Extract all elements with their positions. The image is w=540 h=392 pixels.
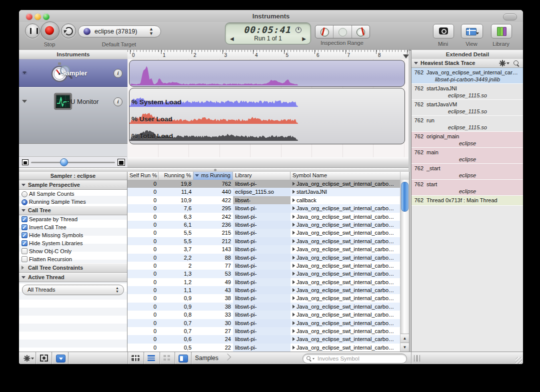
inspection-range-start-button[interactable]: [316, 25, 334, 38]
checkbox-control[interactable]: [22, 248, 28, 254]
symbol-cell[interactable]: Java_org_eclipse_swt_internal_carbo…: [290, 254, 400, 262]
instrument-row-cpu-monitor[interactable]: CPU Monitor i: [19, 88, 128, 144]
stack-frame[interactable]: 762startJavaJNIeclipse_1115.so: [412, 84, 523, 100]
info-button[interactable]: i: [114, 69, 122, 78]
table-row[interactable]: 05,5212libswt-pi-Java_org_eclipse_swt_in…: [128, 237, 400, 245]
symbol-cell[interactable]: Java_org_eclipse_swt_internal_carbo…: [290, 221, 400, 229]
record-stop-button[interactable]: [40, 21, 60, 40]
breadcrumb-samples[interactable]: Samples: [195, 355, 218, 362]
checkbox-control[interactable]: [22, 232, 28, 238]
stack-frame[interactable]: 762startJavaVMeclipse_1115.so: [412, 100, 523, 116]
inspection-range-clear-button[interactable]: [334, 25, 352, 38]
symbol-cell[interactable]: Java_org_eclipse_swt_internal_carbo…: [290, 278, 400, 286]
minimize-button[interactable]: [34, 13, 41, 20]
table-row[interactable]: 00,730libswt-pi-Java_org_eclipse_swt_int…: [128, 319, 400, 327]
stack-frame[interactable]: 762Thread 0x713f : Main Thread: [412, 196, 523, 206]
disclosure-triangle-icon[interactable]: [292, 231, 295, 235]
pause-button[interactable]: [25, 23, 40, 38]
checkbox-control[interactable]: [22, 224, 28, 230]
symbol-cell[interactable]: Java_org_eclipse_swt_internal_carbo…: [290, 213, 400, 221]
symbol-cell[interactable]: Java_org_eclipse_swt_internal_carbo…: [290, 303, 400, 311]
disclosure-triangle-icon[interactable]: [22, 71, 27, 74]
disclosure-triangle-icon[interactable]: [292, 313, 295, 317]
disclosure-triangle-icon[interactable]: [292, 190, 295, 194]
gear-menu-icon[interactable]: [499, 60, 506, 66]
checkbox-flatten-recursion[interactable]: Flatten Recursion: [19, 255, 127, 263]
symbol-cell[interactable]: Java_org_eclipse_swt_internal_carbo…: [290, 335, 400, 343]
disclosure-triangle-icon[interactable]: [292, 272, 295, 276]
symbol-cell[interactable]: startJavaJNI: [290, 188, 400, 196]
radio-running-sample-times[interactable]: Running Sample Times: [19, 198, 127, 206]
column-header-running[interactable]: Running %: [158, 172, 194, 180]
window-resize-grip[interactable]: [516, 357, 522, 364]
checkbox-hide-system-libraries[interactable]: Hide System Libraries: [19, 239, 127, 247]
zoom-slider-knob[interactable]: [60, 158, 68, 166]
table-row[interactable]: 00,624libswt-pi-Java_org_eclipse_swt_int…: [128, 335, 400, 343]
table-row[interactable]: 01,143libswt-pi-Java_org_eclipse_swt_int…: [128, 286, 400, 294]
disclosure-triangle-icon[interactable]: [292, 288, 295, 292]
disclosure-triangle-icon[interactable]: [292, 239, 295, 243]
previous-run-button[interactable]: ◀: [230, 36, 234, 41]
table-row[interactable]: 0277libswt-pi-Java_org_eclipse_swt_inter…: [128, 262, 400, 270]
zoom-slider-track[interactable]: [31, 162, 115, 163]
stack-frame[interactable]: 762runeclipse_1115.so: [412, 116, 523, 132]
symbol-cell[interactable]: Java_org_eclipse_swt_internal_carbo…: [290, 262, 400, 270]
stack-frame[interactable]: 762Java_org_eclipse_swt_internal_car…lib…: [412, 68, 523, 84]
checkbox-separate-by-thread[interactable]: Separate by Thread: [19, 215, 127, 223]
cpu-monitor-track[interactable]: % System Load % User Load % Total Load: [129, 88, 405, 144]
disclosure-triangle-icon[interactable]: [292, 280, 295, 284]
radio-control[interactable]: [22, 199, 28, 205]
disclosure-triangle-icon[interactable]: [292, 337, 295, 341]
table-view-button[interactable]: [132, 355, 140, 361]
symbol-search-field[interactable]: [302, 354, 407, 364]
instrument-row-sampler[interactable]: Sampler i: [19, 59, 128, 87]
table-row[interactable]: 01,249libswt-pi-Java_org_eclipse_swt_int…: [128, 278, 400, 286]
table-row[interactable]: 05,5215libswt-pi-Java_org_eclipse_swt_in…: [128, 229, 400, 237]
table-row[interactable]: 07,6295libswt-pi-Java_org_eclipse_swt_in…: [128, 204, 400, 212]
disclosure-triangle-icon[interactable]: [292, 223, 295, 227]
table-row[interactable]: 03,7143libswt-pi-Java_org_eclipse_swt_in…: [128, 245, 400, 253]
toolbar-toggle-capsule[interactable]: [503, 13, 517, 20]
search-options-caret-icon[interactable]: [312, 358, 314, 360]
search-icon[interactable]: [514, 60, 518, 65]
table-row[interactable]: 011,4440eclipse_1115.sostartJavaJNI: [128, 188, 400, 196]
table-row[interactable]: 00,727libswt-pi-Java_org_eclipse_swt_int…: [128, 327, 400, 335]
loop-button[interactable]: [61, 23, 76, 38]
inspection-range-end-button[interactable]: [352, 25, 370, 38]
disclosure-triangle-icon[interactable]: [292, 321, 295, 325]
clock-icon[interactable]: [296, 27, 302, 33]
scrollbar-thumb[interactable]: [401, 182, 408, 212]
stack-frame[interactable]: 762_starteclipse: [412, 164, 523, 180]
disclosure-triangle-icon[interactable]: [414, 62, 418, 64]
symbol-cell[interactable]: Java_org_eclipse_swt_internal_carbo…: [290, 229, 400, 237]
table-row[interactable]: 06,3242libswt-pi-Java_org_eclipse_swt_in…: [128, 213, 400, 221]
small-track-icon[interactable]: [22, 159, 28, 165]
zoom-button[interactable]: [43, 13, 50, 20]
table-row[interactable]: 010,9422libswt-callback: [128, 196, 400, 204]
extended-detail-toggle-button[interactable]: [178, 355, 188, 363]
section-header-call-tree[interactable]: Call Tree: [19, 206, 127, 215]
section-header-active-thread[interactable]: Active Thread: [19, 273, 127, 282]
search-input[interactable]: [316, 355, 404, 363]
table-row[interactable]: 00,833libswt-pi-Java_org_eclipse_swt_int…: [128, 311, 400, 319]
checkbox-control[interactable]: [22, 216, 28, 222]
symbol-cell[interactable]: Java_org_eclipse_swt_internal_carbo…: [290, 245, 400, 253]
symbol-cell[interactable]: Java_org_eclipse_swt_internal_carbo…: [290, 311, 400, 319]
table-row[interactable]: 00,938libswt-pi-Java_org_eclipse_swt_int…: [128, 294, 400, 302]
section-header-call-tree-constraints[interactable]: Call Tree Constraints: [19, 263, 127, 273]
disclosure-triangle-icon[interactable]: [292, 182, 295, 186]
symbol-cell[interactable]: callback: [290, 196, 400, 204]
symbol-cell[interactable]: Java_org_eclipse_swt_internal_carbo…: [290, 327, 400, 335]
sampler-track[interactable]: [129, 60, 405, 87]
playhead-icon[interactable]: [403, 54, 408, 58]
stack-frame[interactable]: 762starteclipse: [412, 180, 523, 196]
info-button[interactable]: i: [114, 97, 122, 106]
column-header-symbol-name[interactable]: Symbol Name: [290, 172, 400, 180]
table-row[interactable]: 06,1236libswt-pi-Java_org_eclipse_swt_in…: [128, 221, 400, 229]
disclosure-triangle-icon[interactable]: [292, 215, 295, 219]
table-row[interactable]: 01,353libswt-pi-Java_org_eclipse_swt_int…: [128, 270, 400, 278]
close-button[interactable]: [26, 13, 32, 20]
disclosure-triangle-icon[interactable]: [292, 198, 295, 202]
checkbox-control[interactable]: [22, 256, 28, 262]
table-row[interactable]: 00,522libswt-pi-Java_org_eclipse_swt_int…: [128, 344, 400, 352]
